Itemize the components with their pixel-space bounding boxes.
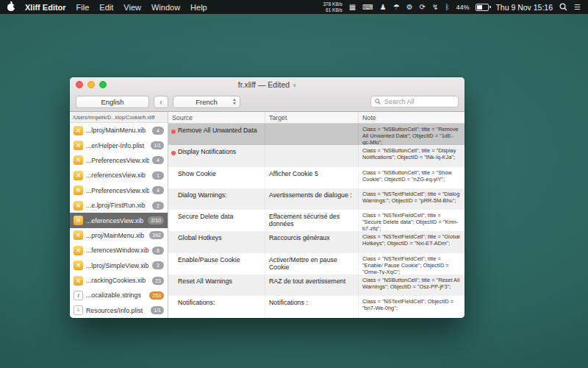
note-cell: Class = "NSButtonCell"; title = "Display… [358,145,465,166]
table-row[interactable]: Dialog Warnings:Avertissements de dialog… [168,188,465,210]
table-row[interactable]: Secure Delete dataEffacement sécurisé de… [168,210,465,231]
warn-file-icon: ✕ [74,155,83,165]
gear-icon[interactable]: ⚙ [406,0,413,14]
sidebar-file-item[interactable]: ✕...referencesView.xib1 [70,168,168,183]
network-speed-indicator[interactable]: 378 KB/s 61 KB/s [323,1,342,13]
bandwidth-graph-icon[interactable]: ▦ [349,0,356,14]
sidebar-file-item[interactable]: ✕...rackingCookies.xib23 [70,273,168,288]
table-row[interactable]: Notifications:Notifications :Class = "NS… [168,296,465,317]
window-titlebar[interactable]: fr.xliff — Edited ∨ [70,77,465,92]
source-language-button[interactable]: English [76,96,149,108]
window-header: fr.xliff — Edited ∨ English › French [70,77,465,112]
notification-center-icon[interactable]: ☰ [574,0,581,14]
target-language-value: French [196,98,218,106]
source-cell: Dialog Warnings: [168,188,265,210]
title-chevron-icon[interactable]: ∨ [293,82,296,88]
file-path: /Users/mrqwirk/D...ktop/Cookie/fr.xliff [70,112,168,123]
search-input[interactable] [383,97,454,106]
table-row[interactable]: Enable/Pause CookieActiver/Mettre en pau… [168,253,465,275]
status-icons: ▦⌨♟☂⚙⟳↯ᛒ [349,0,450,14]
sidebar-file-item[interactable]: ✕...e.lproj/FirstRun.xib2 [70,198,168,213]
desktop-background: Xliff Editor File Edit View Window Help … [0,0,588,368]
search-field[interactable] [370,96,459,107]
sidebar-file-item[interactable]: ✕...proj/MainMenu.xib342 [70,228,168,243]
target-language-popup[interactable]: French [173,96,240,108]
note-cell: Class = "NSButtonCell"; title = "Show Co… [358,167,465,188]
close-button[interactable] [76,81,83,88]
column-header-note[interactable]: Note [358,112,465,123]
file-name: Resources/Info.plist [86,307,148,314]
warn-file-icon: ✕ [74,276,83,286]
source-cell: Secure Delete data [168,210,265,231]
app-menu-title[interactable]: Xliff Editor [25,3,66,12]
warn-file-icon: ✕ [74,171,83,180]
badge-count: 342 [149,231,164,239]
file-name: ...lproj/SimpleView.xib [86,262,149,269]
badge-count: 253 [149,291,164,300]
file-name: ...PreferencesView.xib [86,157,149,164]
sidebar-file-item[interactable]: ✕...PreferencesView.xib4 [70,153,168,168]
untranslated-dot-icon [171,130,176,134]
menu-file[interactable]: File [76,3,90,12]
source-cell: Reset All Warnings [168,275,265,296]
sidebar-file-item[interactable]: ✕...eferencesView.xib2/10 [70,213,168,227]
badge-count: 4 [152,127,164,135]
table-row[interactable]: Show CookieAfficher Cookie 5Class = "NSB… [168,167,465,188]
user-icon[interactable]: ♟ [380,0,387,14]
table-row[interactable]: Display NotificationsClass = "NSButtonCe… [168,145,465,166]
target-cell: Afficher Cookie 5 [265,167,358,188]
table-body: Remove All Unwanted DataClass = "NSButto… [168,124,465,318]
sidebar-file-item[interactable]: ✕...lproj/SimpleView.xib2 [70,258,168,273]
note-cell: Class = "NSButtonCell"; title = "Reset A… [358,275,465,296]
table-row[interactable]: Remove All Unwanted DataClass = "NSButto… [168,124,465,145]
zoom-button[interactable] [99,81,107,88]
badge-count: 2 [152,261,164,269]
menu-clock[interactable]: Thu 9 Nov 15:16 [495,3,553,12]
popup-chevrons-icon [230,98,238,106]
table-row[interactable]: Reset All WarningsRAZ de tout avertissem… [168,275,465,296]
time-machine-icon[interactable]: ⟳ [420,0,426,14]
spotlight-icon[interactable] [559,3,567,11]
target-cell: RAZ de tout avertissement [265,275,358,296]
plist-file-icon: ≡ [74,305,83,315]
sidebar-file-item[interactable]: ✕...er/Helper-Info.plist1/1 [70,138,168,152]
menu-help[interactable]: Help [190,3,207,12]
target-cell: Activer/Mettre en pause Cookie [265,253,358,275]
bluetooth-icon[interactable]: ᛒ [445,0,449,14]
file-name: ...PreferencesView.xib [86,187,149,194]
source-cell: Show Cookie [168,167,265,188]
target-cell [265,145,358,166]
bolt-icon[interactable]: ↯ [432,0,438,14]
table-row[interactable]: Global HotkeysRaccourcis générauxClass =… [168,231,465,252]
sidebar-file-item[interactable]: ✕...PreferencesView.xib4 [70,183,168,198]
xliff-editor-window: fr.xliff — Edited ∨ English › French [70,77,465,318]
sidebar-file-item[interactable]: i...ocalizable.strings253 [70,288,168,302]
warn-file-icon: ✕ [74,126,83,135]
file-name: ...rackingCookies.xib [86,277,149,284]
sidebar-file-list: ✕...lproj/MainMenu.xib4✕...er/Helper-Inf… [70,123,168,318]
warn-file-icon: ✕ [74,185,83,195]
keyboard-icon[interactable]: ⌨ [362,0,373,14]
sidebar-file-item[interactable]: ≡Resources/Info.plist1/1 [70,303,168,318]
battery-icon[interactable] [476,4,489,11]
warn-file-icon: ✕ [74,261,83,270]
search-icon [375,99,381,105]
menu-window[interactable]: Window [151,3,180,12]
column-header-source[interactable]: Source [168,112,265,123]
menu-view[interactable]: View [123,3,141,12]
target-cell: Notifications : [265,296,358,317]
target-cell: Effacement sécurisé des données [265,210,358,231]
file-name: ...ferencesWindow.xib [86,247,149,254]
sidebar-file-item[interactable]: ✕...lproj/MainMenu.xib4 [70,123,168,138]
note-cell: Class = "NSTextFieldCell"; title = "Secu… [358,210,465,231]
window-title: fr.xliff — Edited [238,80,290,89]
file-name: ...lproj/MainMenu.xib [86,127,149,134]
minimize-button[interactable] [87,81,95,88]
sidebar-file-item[interactable]: ✕...ferencesWindow.xib6 [70,243,168,258]
menu-edit[interactable]: Edit [99,3,113,12]
next-language-button[interactable]: › [154,96,168,108]
umbrella-icon[interactable]: ☂ [393,0,400,14]
column-header-target[interactable]: Target [265,112,358,123]
apple-menu-icon[interactable] [7,4,15,11]
window-toolbar: English › French [70,92,465,111]
